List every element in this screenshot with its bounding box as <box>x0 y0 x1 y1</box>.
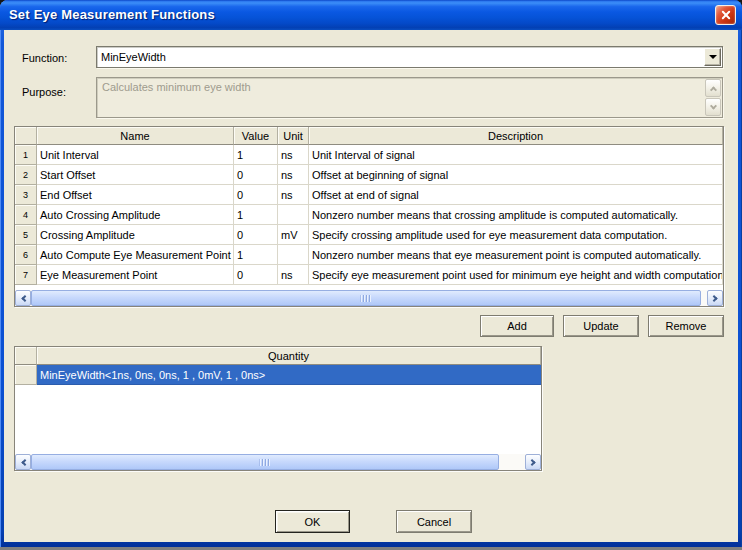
unit-cell: ns <box>278 145 309 165</box>
quantity-row-selected[interactable]: MinEyeWidth<1ns, 0ns, 0ns, 1 , 0mV, 1 , … <box>15 365 541 385</box>
update-button[interactable]: Update <box>563 315 639 337</box>
cancel-button[interactable]: Cancel <box>396 510 472 533</box>
column-header-description: Description <box>309 127 723 145</box>
value-cell[interactable]: 0 <box>234 265 278 285</box>
quantity-table-hscrollbar[interactable] <box>15 454 541 470</box>
column-header-value: Value <box>234 127 278 145</box>
table-row: 2 Start Offset 0 ns Offset at beginning … <box>15 165 723 185</box>
name-cell: Crossing Amplitude <box>37 225 234 245</box>
chevron-down-icon <box>709 102 716 109</box>
name-cell: Auto Compute Eye Measurement Point <box>37 245 234 265</box>
purpose-scroll-down-button <box>705 98 721 116</box>
ok-button-label: OK <box>305 516 321 528</box>
chevron-left-icon <box>21 458 28 465</box>
scroll-left-button[interactable] <box>15 454 31 470</box>
column-header-unit: Unit <box>278 127 309 145</box>
purpose-scrollbar <box>705 79 721 116</box>
dialog-content: Function: MinEyeWidth Purpose: Calculate… <box>4 30 738 542</box>
chevron-right-icon <box>528 458 535 465</box>
unit-cell: ns <box>278 185 309 205</box>
add-button-label: Add <box>507 320 527 332</box>
row-number-cell[interactable]: 6 <box>15 245 37 265</box>
row-number-cell[interactable]: 5 <box>15 225 37 245</box>
row-number-cell[interactable]: 7 <box>15 265 37 285</box>
value-cell[interactable]: 0 <box>234 185 278 205</box>
purpose-scroll-up-button <box>705 79 721 97</box>
description-cell: Specify eye measurement point used for m… <box>309 265 723 285</box>
ok-button[interactable]: OK <box>275 510 350 533</box>
quantity-table-header: Quantity <box>15 347 541 365</box>
row-number-cell[interactable]: 4 <box>15 205 37 225</box>
value-cell[interactable]: 0 <box>234 165 278 185</box>
row-number-cell[interactable]: 1 <box>15 145 37 165</box>
function-combobox-value: MinEyeWidth <box>101 51 166 63</box>
purpose-textarea: Calculates minimum eye width <box>96 77 723 118</box>
row-number-cell[interactable]: 2 <box>15 165 37 185</box>
dialog-window: Set Eye Measurement Functions Function: … <box>0 0 742 547</box>
remove-button-label: Remove <box>666 320 707 332</box>
row-number-cell[interactable] <box>15 365 37 385</box>
name-cell: End Offset <box>37 185 234 205</box>
column-header-name: Name <box>37 127 234 145</box>
value-cell[interactable]: 1 <box>234 145 278 165</box>
name-cell: Unit Interval <box>37 145 234 165</box>
name-cell: Eye Measurement Point <box>37 265 234 285</box>
chevron-up-icon <box>709 86 716 93</box>
table-row: 5 Crossing Amplitude 0 mV Specify crossi… <box>15 225 723 245</box>
description-cell: Offset at beginning of signal <box>309 165 723 185</box>
purpose-text: Calculates minimum eye width <box>102 81 251 93</box>
table-row: 3 End Offset 0 ns Offset at end of signa… <box>15 185 723 205</box>
unit-cell: ns <box>278 165 309 185</box>
screen-background: Set Eye Measurement Functions Function: … <box>0 0 742 550</box>
table-row: 1 Unit Interval 1 ns Unit Interval of si… <box>15 145 723 165</box>
close-icon <box>716 6 735 24</box>
scroll-left-button[interactable] <box>15 290 31 306</box>
value-cell[interactable]: 1 <box>234 205 278 225</box>
scroll-thumb[interactable] <box>31 454 499 470</box>
title-bar[interactable]: Set Eye Measurement Functions <box>0 0 742 30</box>
window-title: Set Eye Measurement Functions <box>9 7 215 22</box>
combobox-dropdown-button[interactable] <box>704 48 721 66</box>
remove-button[interactable]: Remove <box>648 315 724 337</box>
name-cell: Auto Crossing Amplitude <box>37 205 234 225</box>
unit-cell <box>278 205 309 225</box>
add-button[interactable]: Add <box>480 315 554 337</box>
quantity-cell[interactable]: MinEyeWidth<1ns, 0ns, 0ns, 1 , 0mV, 1 , … <box>37 365 541 385</box>
scroll-right-button[interactable] <box>525 454 541 470</box>
value-cell[interactable]: 1 <box>234 245 278 265</box>
table-row: 6 Auto Compute Eye Measurement Point 1 N… <box>15 245 723 265</box>
parameter-table: Name Value Unit Description 1 Unit Inter… <box>14 126 724 307</box>
description-cell: Specify crossing amplitude used for eye … <box>309 225 723 245</box>
function-combobox[interactable]: MinEyeWidth <box>96 46 723 68</box>
description-cell: Nonzero number means that crossing ampli… <box>309 205 723 225</box>
cancel-button-label: Cancel <box>417 516 451 528</box>
param-table-hscrollbar[interactable] <box>15 290 723 306</box>
table-corner-cell <box>15 127 37 145</box>
update-button-label: Update <box>583 320 618 332</box>
unit-cell: mV <box>278 225 309 245</box>
chevron-right-icon <box>710 294 717 301</box>
table-row: 4 Auto Crossing Amplitude 1 Nonzero numb… <box>15 205 723 225</box>
table-row: 7 Eye Measurement Point 0 ns Specify eye… <box>15 265 723 285</box>
description-cell: Unit Interval of signal <box>309 145 723 165</box>
purpose-label: Purpose: <box>22 86 66 98</box>
unit-cell <box>278 245 309 265</box>
dropdown-arrow-icon <box>709 55 717 59</box>
quantity-table: Quantity MinEyeWidth<1ns, 0ns, 0ns, 1 , … <box>14 346 542 471</box>
name-cell: Start Offset <box>37 165 234 185</box>
column-header-quantity: Quantity <box>37 347 541 365</box>
row-number-cell[interactable]: 3 <box>15 185 37 205</box>
close-button[interactable] <box>715 5 736 25</box>
description-cell: Nonzero number means that eye measuremen… <box>309 245 723 265</box>
table-corner-cell <box>15 347 37 365</box>
function-label: Function: <box>22 52 67 64</box>
scroll-thumb[interactable] <box>31 290 701 306</box>
parameter-table-header: Name Value Unit Description <box>15 127 723 145</box>
chevron-left-icon <box>21 294 28 301</box>
value-cell[interactable]: 0 <box>234 225 278 245</box>
description-cell: Offset at end of signal <box>309 185 723 205</box>
unit-cell: ns <box>278 265 309 285</box>
scroll-right-button[interactable] <box>707 290 723 306</box>
